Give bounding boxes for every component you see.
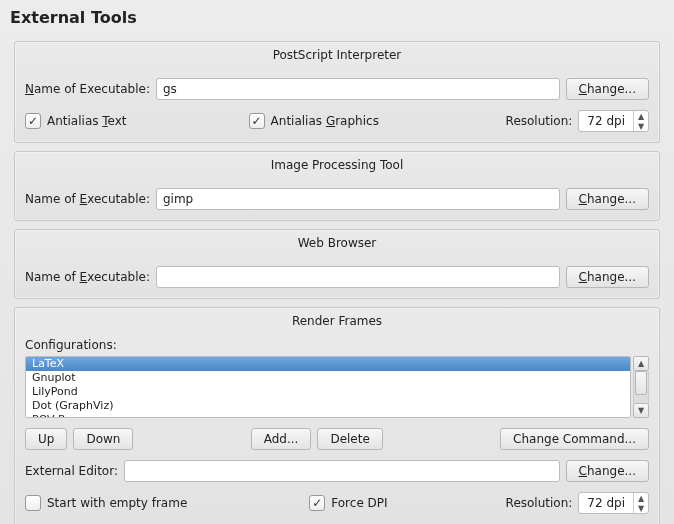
force-dpi-checkbox[interactable] [309,495,325,511]
scroll-down-icon[interactable]: ▼ [633,403,649,418]
change-command-button[interactable]: Change Command... [500,428,649,450]
editor-change-button[interactable]: Change... [566,460,649,482]
up-button[interactable]: Up [25,428,67,450]
configurations-label: Configurations: [25,338,649,352]
panel-title-postscript: PostScript Interpreter [25,42,649,72]
start-empty-label: Start with empty frame [47,496,187,510]
panel-title-render: Render Frames [25,308,649,338]
img-change-button[interactable]: Change... [566,188,649,210]
spin-up-icon[interactable]: ▲ [634,111,648,121]
spin-down-icon[interactable]: ▼ [634,121,648,131]
list-item[interactable]: Gnuplot [26,371,630,385]
list-item[interactable]: Dot (GraphViz) [26,399,630,413]
rf-resolution-value: 72 dpi [579,496,633,510]
panel-web-browser: Web Browser Name of Executable: Change..… [14,229,660,299]
web-change-button[interactable]: Change... [566,266,649,288]
add-button[interactable]: Add... [251,428,312,450]
panel-title-web: Web Browser [25,230,649,260]
ps-change-button[interactable]: Change... [566,78,649,100]
spin-up-icon[interactable]: ▲ [634,493,648,503]
scroll-up-icon[interactable]: ▲ [633,356,649,371]
panel-postscript: PostScript Interpreter Name of Executabl… [14,41,660,143]
configurations-listbox[interactable]: LaTeX Gnuplot LilyPond Dot (GraphViz) PO… [25,356,631,418]
external-editor-label: External Editor: [25,464,118,478]
resolution-label-ps: Resolution: [506,114,573,128]
antialias-graphics-label: Antialias Graphics [271,114,379,128]
delete-button[interactable]: Delete [317,428,382,450]
antialias-graphics-checkbox[interactable] [249,113,265,129]
img-executable-input[interactable] [156,188,560,210]
ps-resolution-spin[interactable]: 72 dpi ▲ ▼ [578,110,649,132]
list-item[interactable]: LilyPond [26,385,630,399]
label-web-executable: Name of Executable: [25,270,150,284]
antialias-text-label: Antialias Text [47,114,127,128]
panel-title-image: Image Processing Tool [25,152,649,182]
panel-image-tool: Image Processing Tool Name of Executable… [14,151,660,221]
list-item[interactable]: POV-Ray [26,413,630,418]
ps-executable-input[interactable] [156,78,560,100]
scroll-thumb[interactable] [635,371,647,395]
ps-resolution-value: 72 dpi [579,114,633,128]
web-executable-input[interactable] [156,266,560,288]
force-dpi-label: Force DPI [331,496,387,510]
scroll-track[interactable] [633,371,649,403]
external-editor-input[interactable] [124,460,560,482]
page-title: External Tools [0,0,674,41]
spin-down-icon[interactable]: ▼ [634,503,648,513]
label-ps-executable: Name of Executable: [25,82,150,96]
antialias-text-checkbox[interactable] [25,113,41,129]
down-button[interactable]: Down [73,428,133,450]
panel-render-frames: Render Frames Configurations: LaTeX Gnup… [14,307,660,524]
listbox-scrollbar[interactable]: ▲ ▼ [633,356,649,418]
list-item[interactable]: LaTeX [26,357,630,371]
resolution-label-rf: Resolution: [506,496,573,510]
label-img-executable: Name of Executable: [25,192,150,206]
rf-resolution-spin[interactable]: 72 dpi ▲ ▼ [578,492,649,514]
start-empty-checkbox[interactable] [25,495,41,511]
